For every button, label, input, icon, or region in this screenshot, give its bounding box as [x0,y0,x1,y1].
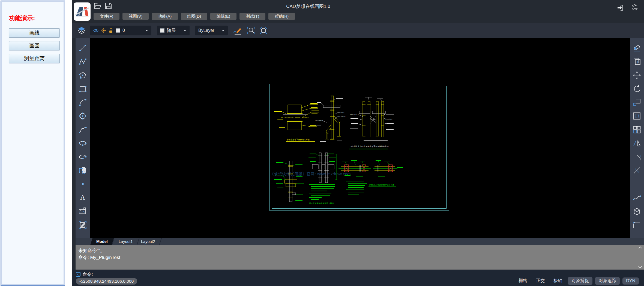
rectangle-tool-button[interactable] [78,84,87,93]
command-history[interactable]: 未知命令""。 命令: My_PluginTest [76,245,644,270]
hatch-tool-button[interactable] [78,221,87,229]
zoom-extents-button[interactable] [259,26,268,36]
polyline-tool-button[interactable] [78,57,87,66]
copy-tool-button[interactable] [633,57,641,66]
toggle-otrack[interactable]: 对象追踪 [595,277,620,285]
model-canvas[interactable]: 套管穿越地下室外墙大样图 [90,38,630,238]
menu-test[interactable]: 测试(T) [239,13,265,20]
toggle-dyn[interactable]: DYN [622,277,639,285]
svg-text:A: A [80,194,85,201]
menu-edit[interactable]: 编辑(E) [210,13,236,20]
copy-icon [633,57,641,66]
insert-block-tool-button[interactable] [78,166,87,175]
top-bar: CAD梦想在线画图1.0 文件(F) 视图(V) 功能(A) 绘图(D) 编辑(… [72,0,644,23]
text-tool-button[interactable]: A [78,193,87,202]
scroll-up-icon[interactable] [638,246,642,249]
move-tool-button[interactable] [633,71,641,80]
open-file-button[interactable] [94,2,102,11]
fillet-tool-button[interactable] [633,221,641,229]
layer-dropdown[interactable]: 0 [90,26,151,35]
point-tool-button[interactable] [78,180,87,188]
block-icon [78,166,87,175]
ellipse-arc-tool-button[interactable] [78,152,87,161]
menu-file[interactable]: 文件(F) [94,13,119,20]
chamfer-icon [633,152,641,161]
draw-circle-button[interactable]: 画圆 [9,41,60,50]
mirror-tool-button[interactable] [633,139,641,148]
save-file-button[interactable] [105,2,112,11]
toggle-grid[interactable]: 栅格 [518,277,528,285]
array-tool-button[interactable] [633,125,641,134]
tab-model[interactable]: Model [90,238,114,245]
offset-tool-button[interactable] [633,112,641,120]
hatch-icon [78,221,87,229]
login-button[interactable] [617,4,624,12]
draw-line-button[interactable]: 画线 [9,28,60,38]
menu-help[interactable]: 帮助(H) [268,13,295,20]
chamfer-tool-button[interactable] [633,152,641,161]
tab-layout2[interactable]: Layout2 [135,238,162,245]
fillet-icon [633,221,641,229]
erase-icon [633,44,641,52]
toggle-polar[interactable]: 极轴 [553,277,563,285]
polygon-tool-button[interactable] [78,71,87,80]
color-dropdown[interactable]: 随层 [157,26,190,35]
layers-button[interactable] [77,26,86,36]
scroll-down-icon[interactable] [638,266,642,268]
line-tool-button[interactable] [78,44,87,52]
linetype-tool-button[interactable] [633,180,641,188]
array-icon [633,125,641,134]
toggle-ortho[interactable]: 正交 [535,277,545,285]
terminal-prompt-icon: >_ [76,272,80,277]
image-icon [78,207,87,216]
offset-icon [633,112,641,120]
polygon-icon [78,71,87,80]
ellipse-tool-button[interactable] [78,139,87,148]
layout-tab-bar: Model Layout1 Layout2 [76,238,644,245]
trim-tool-button[interactable] [633,166,641,175]
menu-draw[interactable]: 绘图(D) [181,13,207,20]
ellipse-icon [78,139,87,148]
scale-tool-button[interactable] [633,98,641,107]
command-input[interactable]: >_ 命令: [76,271,93,277]
circle-tool-button[interactable] [78,112,87,120]
spline-tool-button[interactable] [78,125,87,134]
visibility-eye-icon [93,29,99,33]
layers-icon [77,26,86,35]
brightness-sun-icon [101,28,106,33]
menu-view[interactable]: 视图(V) [122,13,149,20]
theme-toggle-button[interactable] [631,4,638,12]
image-tool-button[interactable] [78,207,87,216]
detail-fire-pipes: 消防,给水管道穿防护墙大样图 [339,160,403,194]
app-title: CAD梦想在线画图1.0 [267,3,349,10]
status-bar: >_ 命令: -52508.948,24493.106,0.000 栅格 正交 … [72,270,644,286]
zoom-window-button[interactable] [247,26,256,36]
arc-tool-button[interactable] [78,98,87,107]
polyline-icon [78,57,87,66]
notes-block-fire [346,181,367,194]
orbit-3d-tool-button[interactable] [633,207,641,216]
login-icon [617,4,624,11]
polyline-edit-tool-button[interactable] [633,193,641,202]
pencil-draw-icon [233,26,242,35]
measure-distance-button[interactable]: 测量距离 [9,54,60,63]
save-floppy-icon [105,2,112,10]
erase-tool-button[interactable] [633,44,641,52]
command-prompt-label: 命令: [82,271,93,277]
linetype-dropdown[interactable]: ByLayer [195,26,228,35]
title-wall-sleeve: 套管穿越地下室外墙大样图 [287,139,310,141]
chevron-down-icon [145,30,148,31]
text-icon: A [78,193,87,202]
rotate-tool-button[interactable] [633,84,641,93]
current-layer-value: 0 [122,28,125,33]
circle-icon [78,112,87,120]
menu-function[interactable]: 功能(A) [152,13,178,20]
svg-text:DN100 检查口: DN100 检查口 [385,118,393,120]
free-draw-button[interactable] [233,26,242,36]
notes-block-riser [309,184,335,200]
svg-text:DN100 45°斜三通: DN100 45°斜三通 [350,114,359,115]
toggle-osnap[interactable]: 对象捕捉 [568,277,592,285]
scale-icon [633,98,641,107]
title-vent-connection: 卫生间废水,污水立管与专用通气管连接安装图 [350,145,389,148]
rotate-icon [633,84,641,93]
